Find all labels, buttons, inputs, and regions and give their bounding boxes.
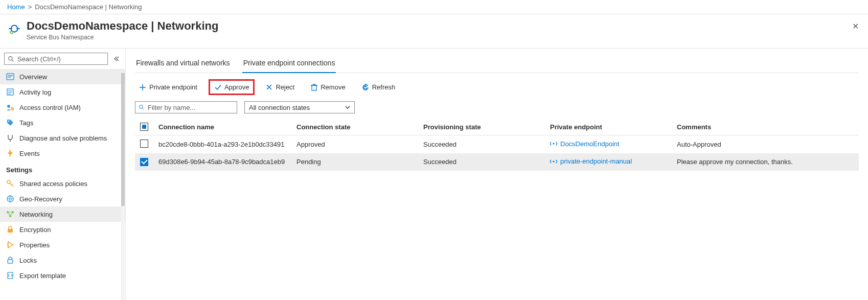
- sidebar-item-label: Geo-Recovery: [19, 195, 62, 203]
- trash-icon: [311, 84, 317, 91]
- svg-rect-9: [8, 92, 12, 93]
- properties-icon: [6, 241, 14, 249]
- sidebar-scrollbar[interactable]: [121, 73, 125, 300]
- sidebar-item-locks[interactable]: Locks: [0, 252, 125, 268]
- private-endpoint-link[interactable]: DocsDemoEndpoint: [550, 140, 620, 148]
- breadcrumb-current: DocsDemoNamespace | Networking: [35, 3, 142, 11]
- svg-rect-6: [8, 77, 11, 78]
- sidebar-item-label: Events: [19, 150, 40, 157]
- key-icon: [6, 179, 14, 188]
- cell-connection-state: Approved: [291, 135, 418, 154]
- locks-icon: [6, 256, 14, 264]
- sidebar-item-tags[interactable]: Tags: [0, 115, 125, 130]
- sidebar-item-activity-log[interactable]: Activity log: [0, 84, 125, 100]
- sidebar-item-label: Diagnose and solve problems: [19, 134, 107, 142]
- cell-comments: Please approve my connection, thanks.: [672, 153, 859, 171]
- filter-placeholder: Filter by name...: [148, 104, 195, 111]
- svg-point-27: [140, 105, 143, 109]
- sidebar-item-geo-recovery[interactable]: Geo-Recovery: [0, 191, 125, 206]
- svg-point-13: [8, 121, 9, 122]
- endpoint-icon: [550, 140, 557, 147]
- remove-button[interactable]: Remove: [307, 81, 349, 94]
- overview-icon: [6, 73, 14, 81]
- sidebar-item-networking[interactable]: Networking: [0, 206, 125, 222]
- search-placeholder: Search (Ctrl+/): [17, 55, 61, 63]
- refresh-icon: [362, 84, 369, 91]
- col-connection-name[interactable]: Connection name: [153, 119, 291, 135]
- sidebar-item-properties[interactable]: Properties: [0, 237, 125, 252]
- endpoint-link-text: private-endpoint-manual: [560, 157, 632, 165]
- geo-recovery-icon: [6, 195, 14, 203]
- svg-rect-24: [8, 260, 13, 263]
- sidebar-item-label: Shared access policies: [19, 180, 87, 188]
- search-input[interactable]: Search (Ctrl+/): [4, 53, 108, 65]
- sidebar-item-events[interactable]: Events: [0, 146, 125, 161]
- sidebar-item-encryption[interactable]: Encryption: [0, 222, 125, 237]
- approve-button[interactable]: Approve: [210, 80, 254, 94]
- sidebar-item-export-template[interactable]: Export template: [0, 268, 125, 283]
- toolbar-label: Refresh: [372, 83, 396, 91]
- refresh-button[interactable]: Refresh: [358, 81, 400, 94]
- page-header: DocsDemoNamespace | Networking Service B…: [0, 14, 868, 49]
- state-select[interactable]: All connection states: [244, 101, 355, 113]
- sidebar-item-label: Access control (IAM): [19, 104, 81, 111]
- connections-table: Connection name Connection state Provisi…: [135, 119, 859, 171]
- sidebar-item-label: Tags: [19, 119, 33, 127]
- svg-rect-23: [7, 246, 9, 247]
- col-private-endpoint[interactable]: Private endpoint: [545, 119, 672, 135]
- state-select-value: All connection states: [249, 104, 310, 111]
- sidebar-item-label: Activity log: [19, 88, 51, 96]
- sidebar-item-label: Overview: [19, 73, 47, 81]
- sidebar-item-shared-access[interactable]: Shared access policies: [0, 176, 125, 191]
- toolbar-label: Reject: [276, 83, 294, 91]
- tab-firewalls[interactable]: Firewalls and virtual networks: [135, 56, 231, 73]
- svg-rect-22: [7, 244, 9, 245]
- activity-log-icon: [6, 88, 14, 96]
- svg-rect-26: [312, 85, 316, 90]
- col-provisioning-state[interactable]: Provisioning state: [418, 119, 545, 135]
- table-row[interactable]: 69d308e6-9b94-45ab-8a78-9c9badca1eb9 Pen…: [135, 153, 859, 171]
- access-control-icon: [6, 103, 14, 111]
- row-checkbox[interactable]: [140, 158, 148, 166]
- tab-private-endpoint[interactable]: Private endpoint connections: [242, 56, 336, 73]
- col-connection-state[interactable]: Connection state: [291, 119, 418, 135]
- cell-provisioning-state: Succeeded: [418, 153, 545, 171]
- svg-rect-10: [8, 94, 11, 94]
- lock-icon: [6, 225, 14, 234]
- svg-point-2: [9, 56, 12, 60]
- sidebar-item-label: Locks: [19, 257, 37, 264]
- main-content: Firewalls and virtual networks Private e…: [126, 49, 868, 300]
- col-comments[interactable]: Comments: [672, 119, 859, 135]
- namespace-icon: [7, 21, 21, 36]
- collapse-sidebar-icon[interactable]: [111, 53, 121, 64]
- endpoint-icon: [550, 158, 557, 165]
- svg-line-28: [143, 108, 144, 110]
- cell-provisioning-state: Succeeded: [418, 135, 545, 154]
- cell-connection-state: Pending: [291, 153, 418, 171]
- toolbar-label: Remove: [321, 83, 345, 91]
- svg-rect-5: [8, 75, 13, 76]
- sidebar-item-access-control[interactable]: Access control (IAM): [0, 100, 125, 115]
- check-icon: [214, 84, 221, 91]
- table-row[interactable]: bc20cde8-0bbb-401a-a293-2e1b0dc33491 App…: [135, 135, 859, 154]
- breadcrumb-separator-icon: >: [28, 3, 32, 11]
- breadcrumb-home[interactable]: Home: [7, 3, 25, 11]
- private-endpoint-button[interactable]: Private endpoint: [135, 81, 201, 94]
- toolbar: Private endpoint Approve Reject Remove R…: [135, 80, 859, 94]
- plus-icon: [139, 84, 146, 91]
- svg-rect-21: [7, 243, 9, 244]
- reject-button[interactable]: Reject: [262, 81, 299, 94]
- cell-connection-name: bc20cde8-0bbb-401a-a293-2e1b0dc33491: [153, 135, 291, 154]
- select-all-checkbox[interactable]: [140, 123, 148, 131]
- export-template-icon: [6, 271, 14, 280]
- sidebar-section-settings: Settings: [0, 161, 125, 176]
- row-checkbox[interactable]: [140, 140, 148, 148]
- sidebar-item-diagnose[interactable]: Diagnose and solve problems: [0, 130, 125, 146]
- events-icon: [6, 149, 14, 157]
- filter-name-input[interactable]: Filter by name...: [135, 101, 237, 113]
- sidebar-item-overview[interactable]: Overview: [0, 69, 125, 84]
- private-endpoint-link[interactable]: private-endpoint-manual: [550, 157, 632, 165]
- svg-line-3: [12, 60, 13, 61]
- close-icon[interactable]: ✕: [850, 19, 861, 33]
- tags-icon: [6, 119, 14, 127]
